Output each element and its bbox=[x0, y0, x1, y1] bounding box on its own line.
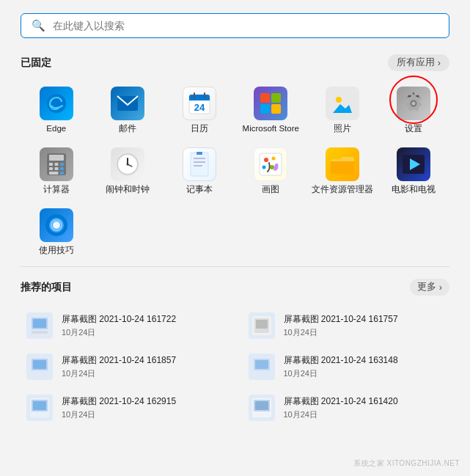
rec-item-5[interactable]: 屏幕截图 2021-10-24 161420 10月24日 bbox=[243, 388, 450, 428]
rec-item-4-text: 屏幕截图 2021-10-24 162915 10月24日 bbox=[62, 395, 176, 420]
more-chevron-icon: › bbox=[439, 282, 442, 293]
rec-item-1-name: 屏幕截图 2021-10-24 161757 bbox=[284, 313, 398, 326]
app-mail[interactable]: 邮件 bbox=[92, 81, 164, 138]
svg-rect-38 bbox=[197, 152, 202, 155]
svg-rect-10 bbox=[260, 104, 270, 114]
rec-item-2-icon bbox=[26, 354, 53, 380]
svg-rect-34 bbox=[191, 153, 208, 176]
app-edge[interactable]: Edge bbox=[21, 81, 92, 138]
rec-item-0-date: 10月24日 bbox=[62, 327, 176, 338]
rec-item-1-icon bbox=[249, 312, 275, 339]
rec-item-4[interactable]: 屏幕截图 2021-10-24 162915 10月24日 bbox=[21, 388, 228, 428]
pinned-section-header: 已固定 所有应用 › bbox=[21, 54, 449, 71]
chevron-right-icon: › bbox=[438, 58, 441, 68]
app-calendar[interactable]: 24 日历 bbox=[164, 81, 235, 138]
app-store-label: Microsoft Store bbox=[243, 124, 299, 134]
svg-point-41 bbox=[272, 156, 276, 160]
rec-item-3[interactable]: 屏幕截图 2021-10-24 163148 10月24日 bbox=[243, 347, 450, 387]
start-menu: 🔍 已固定 所有应用 › Edge bbox=[0, 0, 470, 476]
search-bar[interactable]: 🔍 bbox=[21, 13, 449, 38]
app-files[interactable]: 文件资源管理器 bbox=[306, 142, 378, 199]
rec-item-2[interactable]: 屏幕截图 2021-10-24 161857 10月24日 bbox=[21, 347, 228, 387]
svg-rect-20 bbox=[49, 155, 64, 161]
rec-item-0[interactable]: 屏幕截图 2021-10-24 161722 10月24日 bbox=[21, 306, 228, 345]
rec-item-5-date: 10月24日 bbox=[284, 409, 398, 420]
svg-rect-60 bbox=[33, 360, 46, 369]
app-files-icon bbox=[326, 147, 359, 181]
app-notepad[interactable]: 记事本 bbox=[164, 142, 235, 199]
app-paint[interactable]: 画图 bbox=[235, 142, 307, 199]
app-edge-icon bbox=[40, 87, 73, 120]
rec-item-0-name: 屏幕截图 2021-10-24 161722 bbox=[62, 313, 176, 326]
svg-rect-21 bbox=[49, 163, 53, 166]
app-tips[interactable]: 使用技巧 bbox=[21, 203, 92, 260]
svg-rect-28 bbox=[60, 172, 64, 175]
app-tips-icon bbox=[40, 208, 73, 242]
svg-rect-22 bbox=[54, 163, 58, 166]
rec-item-2-name: 屏幕截图 2021-10-24 161857 bbox=[62, 354, 176, 367]
rec-item-0-text: 屏幕截图 2021-10-24 161722 10月24日 bbox=[62, 313, 176, 338]
svg-rect-39 bbox=[260, 153, 282, 175]
app-mail-icon bbox=[111, 87, 144, 120]
recommended-section-header: 推荐的项目 更多 › bbox=[21, 279, 449, 296]
svg-point-13 bbox=[336, 97, 342, 103]
app-movies-icon bbox=[397, 147, 430, 181]
all-apps-button[interactable]: 所有应用 › bbox=[388, 54, 449, 71]
search-input[interactable] bbox=[53, 20, 438, 32]
app-settings[interactable]: 设置 bbox=[378, 81, 450, 138]
recommended-grid: 屏幕截图 2021-10-24 161722 10月24日 屏幕截图 2021-… bbox=[21, 306, 449, 428]
rec-item-3-name: 屏幕截图 2021-10-24 163148 bbox=[284, 354, 398, 367]
app-clock-icon bbox=[111, 147, 144, 181]
svg-point-40 bbox=[264, 158, 268, 162]
more-label: 更多 bbox=[417, 281, 436, 293]
app-clock-label: 闹钟和时钟 bbox=[106, 185, 150, 195]
rec-item-1-text: 屏幕截图 2021-10-24 161757 10月24日 bbox=[284, 313, 398, 338]
rec-item-5-icon bbox=[249, 395, 275, 421]
app-clock[interactable]: 闹钟和时钟 bbox=[92, 142, 164, 199]
app-settings-label: 设置 bbox=[405, 124, 422, 134]
svg-rect-27 bbox=[49, 172, 59, 175]
svg-rect-9 bbox=[271, 93, 281, 103]
rec-item-5-name: 屏幕截图 2021-10-24 161420 bbox=[284, 395, 398, 408]
svg-point-18 bbox=[412, 102, 416, 106]
rec-item-3-text: 屏幕截图 2021-10-24 163148 10月24日 bbox=[284, 354, 398, 379]
app-store-icon bbox=[254, 87, 287, 120]
app-calendar-icon: 24 bbox=[183, 87, 216, 120]
app-store[interactable]: Microsoft Store bbox=[235, 81, 307, 138]
svg-point-49 bbox=[53, 221, 60, 229]
app-calculator-label: 计算器 bbox=[43, 185, 70, 195]
app-tips-label: 使用技巧 bbox=[39, 246, 74, 256]
section-divider bbox=[21, 266, 449, 267]
rec-item-0-icon bbox=[26, 312, 53, 339]
rec-item-4-icon bbox=[26, 395, 53, 421]
search-icon: 🔍 bbox=[32, 19, 45, 32]
svg-text:24: 24 bbox=[194, 102, 205, 113]
app-notepad-icon bbox=[183, 147, 216, 181]
rec-item-5-text: 屏幕截图 2021-10-24 161420 10月24日 bbox=[284, 395, 398, 420]
app-photos-label: 照片 bbox=[334, 124, 351, 134]
svg-rect-69 bbox=[255, 401, 268, 410]
svg-rect-57 bbox=[256, 320, 268, 329]
rec-item-2-date: 10月24日 bbox=[62, 368, 176, 379]
watermark: 系统之家 XITONGZHIJIA.NET bbox=[353, 458, 460, 469]
svg-point-42 bbox=[262, 165, 266, 169]
rec-item-1-date: 10月24日 bbox=[284, 327, 398, 338]
app-movies-label: 电影和电视 bbox=[392, 185, 436, 195]
app-calculator-icon bbox=[40, 147, 73, 181]
rec-item-3-icon bbox=[249, 354, 275, 380]
svg-rect-23 bbox=[60, 163, 64, 166]
svg-point-43 bbox=[270, 165, 274, 169]
rec-item-4-date: 10月24日 bbox=[62, 409, 176, 420]
rec-item-1[interactable]: 屏幕截图 2021-10-24 161757 10月24日 bbox=[243, 306, 450, 345]
svg-rect-26 bbox=[60, 167, 64, 170]
app-photos[interactable]: 照片 bbox=[306, 81, 378, 138]
app-edge-label: Edge bbox=[46, 124, 66, 134]
pinned-apps-grid: Edge 邮件 24 bbox=[21, 81, 449, 259]
svg-rect-25 bbox=[54, 167, 58, 170]
app-movies[interactable]: 电影和电视 bbox=[378, 142, 450, 199]
app-paint-label: 画图 bbox=[262, 185, 279, 195]
app-notepad-label: 记事本 bbox=[186, 185, 213, 195]
more-button[interactable]: 更多 › bbox=[410, 279, 449, 296]
app-calculator[interactable]: 计算器 bbox=[21, 142, 92, 199]
svg-rect-11 bbox=[271, 104, 281, 114]
